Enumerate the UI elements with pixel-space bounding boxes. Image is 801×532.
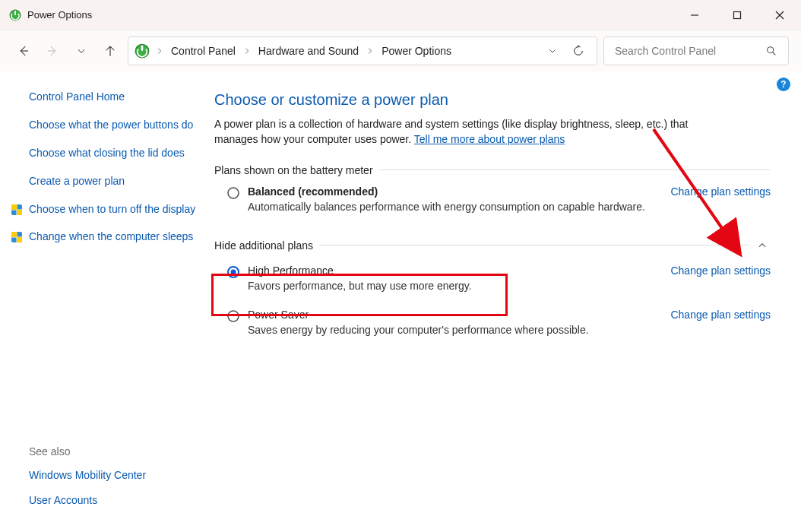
svg-rect-9 [141,46,144,52]
svg-rect-16 [11,232,17,237]
change-plan-settings-link[interactable]: Change plan settings [670,264,771,277]
change-plan-settings-link[interactable]: Change plan settings [670,309,771,321]
svg-rect-14 [17,210,22,215]
svg-rect-3 [734,11,741,18]
section-hide-label: Hide additional plans [214,239,771,252]
sidebar-item-computer-sleeps[interactable]: Change when the computer sleeps [29,230,196,244]
change-plan-settings-link[interactable]: Change plan settings [670,185,771,198]
svg-rect-13 [11,204,17,210]
svg-point-21 [228,311,239,321]
back-button[interactable] [12,40,35,62]
svg-point-18 [228,188,239,198]
svg-line-11 [773,52,776,55]
see-also-label: See also [29,445,196,458]
plan-desc: Favors performance, but may use more ene… [248,280,670,292]
see-also-user-accounts[interactable]: User Accounts [29,493,196,508]
main-pane: ? Choose or customize a power plan A pow… [205,71,801,532]
plan-balanced: Balanced (recommended) Automatically bal… [214,185,771,213]
section-shown-text: Plans shown on the battery meter [214,164,373,176]
breadcrumb-cat[interactable]: Hardware and Sound [254,42,363,60]
forward-button[interactable] [41,40,64,62]
plan-desc: Automatically balances performance with … [248,201,670,213]
sidebar-item-power-buttons[interactable]: Choose what the power buttons do [29,118,196,132]
sidebar-item-create-plan[interactable]: Create a power plan [29,174,196,188]
power-options-icon [135,43,150,59]
refresh-button[interactable] [565,42,592,60]
shield-icon [11,231,23,243]
page-description: A power plan is a collection of hardware… [214,116,731,147]
navbar: Control Panel Hardware and Sound Power O… [0,30,801,71]
radio-high-performance[interactable] [226,265,240,279]
search-input[interactable] [615,45,765,57]
shield-icon [11,204,23,216]
learn-more-link[interactable]: Tell me more about power plans [414,133,565,145]
window-title: Power Options [27,9,92,21]
chevron-right-icon[interactable] [365,47,375,55]
breadcrumb-root[interactable]: Control Panel [166,42,240,60]
search-icon [765,45,777,57]
radio-power-saver[interactable] [226,309,240,323]
sidebar-see-also: See also Windows Mobility Center User Ac… [29,445,196,518]
section-shown-label: Plans shown on the battery meter [214,164,771,176]
search-box[interactable] [603,36,789,65]
plan-high-performance: High Performance Favors performance, but… [214,264,771,292]
up-button[interactable] [99,40,122,62]
recent-locations-button[interactable] [70,40,93,62]
svg-rect-17 [17,237,22,242]
plan-name: High Performance [248,264,670,277]
plan-name: Balanced (recommended) [248,185,670,198]
help-button[interactable]: ? [777,78,790,91]
sidebar: Control Panel Home Choose what the power… [0,71,205,532]
see-also-mobility-center[interactable]: Windows Mobility Center [29,468,196,483]
svg-point-20 [231,269,236,274]
plan-desc: Saves energy by reducing your computer's… [248,324,670,336]
svg-point-10 [768,47,774,53]
chevron-up-icon [757,240,768,251]
svg-rect-1 [14,11,16,15]
plan-power-saver: Power Saver Saves energy by reducing you… [214,309,771,336]
address-bar[interactable]: Control Panel Hardware and Sound Power O… [128,36,597,65]
minimize-button[interactable] [673,0,716,30]
chevron-right-icon[interactable] [242,47,252,55]
close-button[interactable] [758,0,801,30]
radio-balanced[interactable] [226,186,240,200]
content-area: Control Panel Home Choose what the power… [0,71,801,532]
maximize-button[interactable] [716,0,758,30]
breadcrumb-leaf[interactable]: Power Options [377,42,456,60]
titlebar: Power Options [0,0,801,30]
page-title: Choose or customize a power plan [214,91,771,109]
history-dropdown-button[interactable] [540,43,565,59]
power-options-app-icon [9,9,21,21]
sidebar-item-closing-lid[interactable]: Choose what closing the lid does [29,146,196,160]
sidebar-item-turn-off-display[interactable]: Choose when to turn off the display [29,202,196,217]
collapse-additional-plans-button[interactable] [754,239,771,252]
plan-name: Power Saver [248,309,670,321]
control-panel-home-link[interactable]: Control Panel Home [29,90,196,104]
section-hide-text: Hide additional plans [214,239,313,252]
chevron-right-icon[interactable] [154,47,165,55]
